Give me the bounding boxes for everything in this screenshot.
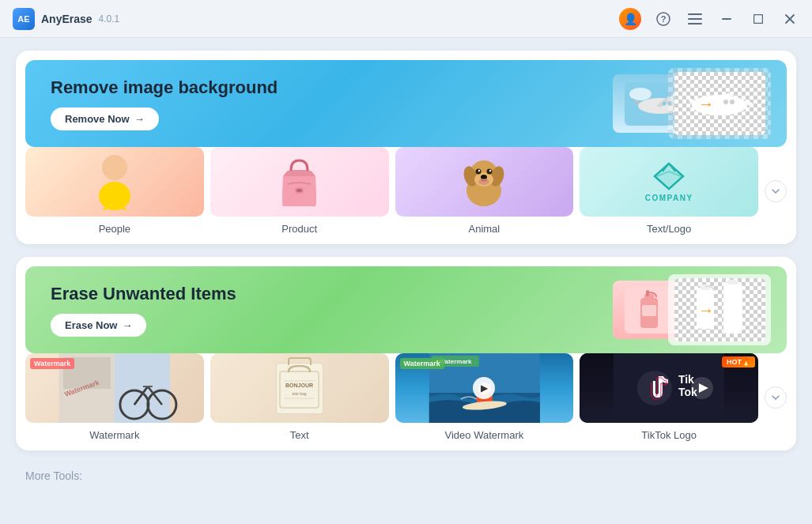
- app-identity: AE AnyErase 4.0.1: [13, 8, 119, 30]
- background-items-row: People: [16, 147, 796, 244]
- plane-cutout-svg: [674, 72, 765, 135]
- svg-rect-62: [280, 371, 319, 408]
- product-illustration: →: [613, 274, 771, 345]
- company-text: COMPANY: [645, 194, 693, 202]
- section2-chevron-button[interactable]: [765, 386, 787, 409]
- banner-illustration: →: [613, 68, 771, 139]
- item-watermark[interactable]: Watermark Watermark Watermark: [25, 353, 204, 441]
- svg-point-37: [478, 179, 489, 185]
- plane-after-content: [668, 68, 771, 139]
- app-logo: AE: [13, 8, 35, 30]
- watermark-badge: Watermark: [30, 358, 74, 369]
- company-logo: COMPANY: [645, 162, 693, 202]
- watermark-label: Watermark: [89, 429, 139, 441]
- item-text[interactable]: BONJOUR tote bag Text: [210, 353, 389, 441]
- text-label: Text: [290, 429, 309, 441]
- help-icon[interactable]: ?: [654, 9, 673, 28]
- video-watermark-thumb: Watermark Watermark ▶: [395, 353, 574, 423]
- product-after-svg: [674, 278, 765, 341]
- erase-items-section: Erase Unwanted Items Erase Now →: [16, 257, 796, 450]
- item-product[interactable]: Product: [210, 147, 389, 235]
- erase-items-row: Watermark Watermark Watermark: [16, 353, 796, 450]
- minimize-button[interactable]: [717, 9, 736, 28]
- svg-point-22: [730, 100, 735, 104]
- hot-badge: HOT🔥: [722, 356, 755, 368]
- people-svg: [91, 150, 138, 213]
- svg-rect-46: [674, 278, 765, 341]
- item-animal[interactable]: Animal: [395, 147, 574, 235]
- animal-thumb: [395, 147, 574, 217]
- svg-point-32: [476, 168, 482, 174]
- svg-point-33: [487, 168, 493, 174]
- tote-svg: BONJOUR tote bag: [278, 365, 321, 411]
- bag-handle: [288, 357, 312, 365]
- svg-rect-3: [688, 18, 702, 20]
- tiktok-label: TikTok Logo: [641, 429, 697, 441]
- titlebar: AE AnyErase 4.0.1 👤 ?: [0, 0, 812, 38]
- svg-point-21: [723, 100, 728, 104]
- animal-svg: [456, 153, 512, 212]
- remove-background-banner: Remove image background Remove Now →: [25, 60, 787, 147]
- background-items-grid: People: [25, 147, 758, 235]
- watermark-thumb: Watermark Watermark: [25, 353, 204, 423]
- play-button-overlay: ▶: [473, 377, 495, 399]
- svg-rect-41: [646, 290, 649, 296]
- svg-text:BONJOUR: BONJOUR: [285, 383, 313, 388]
- remove-background-section: Remove image background Remove Now →: [16, 51, 796, 244]
- video-watermark-badge: Watermark: [400, 358, 444, 369]
- svg-point-24: [99, 182, 130, 210]
- plane-illustration: →: [613, 68, 771, 139]
- svg-point-13: [663, 101, 667, 105]
- app-name: AnyErase: [41, 13, 93, 25]
- erase-banner-illustration: →: [613, 274, 771, 345]
- svg-rect-5: [722, 18, 731, 20]
- animal-label: Animal: [469, 223, 500, 235]
- svg-rect-6: [754, 14, 763, 23]
- svg-rect-2: [688, 13, 702, 15]
- titlebar-controls: 👤 ?: [619, 8, 799, 30]
- tote-bag-illustration: BONJOUR tote bag: [276, 363, 323, 414]
- svg-rect-47: [723, 282, 742, 334]
- svg-rect-40: [644, 294, 654, 300]
- menu-icon[interactable]: [685, 9, 704, 28]
- product-after: [668, 274, 771, 345]
- svg-point-34: [478, 169, 480, 171]
- product-svg: [274, 154, 325, 209]
- video-watermark-label: Video Watermark: [445, 429, 524, 441]
- svg-rect-42: [642, 305, 656, 316]
- tiktok-thumb: Tik Tok HOT🔥: [580, 353, 758, 423]
- svg-rect-26: [296, 189, 302, 192]
- app-version: 4.0.1: [99, 13, 120, 25]
- close-button[interactable]: [780, 9, 799, 28]
- product-thumb: [210, 147, 389, 217]
- svg-point-23: [102, 155, 127, 180]
- item-people[interactable]: People: [25, 147, 204, 235]
- svg-text:?: ?: [661, 14, 667, 24]
- more-tools-label: More Tools:: [16, 463, 796, 495]
- item-textlogo[interactable]: COMPANY Text/Logo: [580, 147, 758, 235]
- people-thumb: [25, 147, 204, 217]
- svg-point-10: [629, 88, 651, 100]
- section1-chevron-button[interactable]: [765, 180, 787, 202]
- textlogo-label: Text/Logo: [647, 223, 691, 235]
- text-thumb: BONJOUR tote bag: [210, 353, 389, 423]
- svg-rect-4: [688, 23, 702, 25]
- item-video-watermark[interactable]: Watermark Watermark ▶ Video Watermark: [395, 353, 574, 441]
- people-label: People: [99, 223, 130, 235]
- maximize-button[interactable]: [749, 9, 768, 28]
- svg-text:tote bag: tote bag: [293, 391, 307, 396]
- product-label: Product: [281, 223, 317, 235]
- erase-items-grid: Watermark Watermark Watermark: [25, 353, 758, 441]
- erase-now-button[interactable]: Erase Now →: [51, 314, 146, 337]
- svg-rect-48: [727, 280, 738, 285]
- remove-now-button[interactable]: Remove Now →: [51, 107, 159, 130]
- diamond-svg: [653, 162, 685, 190]
- arrow-icon: →: [698, 95, 714, 113]
- item-tiktok[interactable]: Tik Tok HOT🔥 TikTok Logo: [580, 353, 758, 441]
- erase-items-banner: Erase Unwanted Items Erase Now →: [25, 266, 787, 353]
- erase-arrow-icon: →: [698, 301, 714, 319]
- svg-point-35: [489, 169, 491, 171]
- main-content: Remove image background Remove Now →: [0, 38, 812, 524]
- textlogo-thumb: COMPANY: [580, 147, 758, 217]
- profile-icon[interactable]: 👤: [619, 8, 641, 30]
